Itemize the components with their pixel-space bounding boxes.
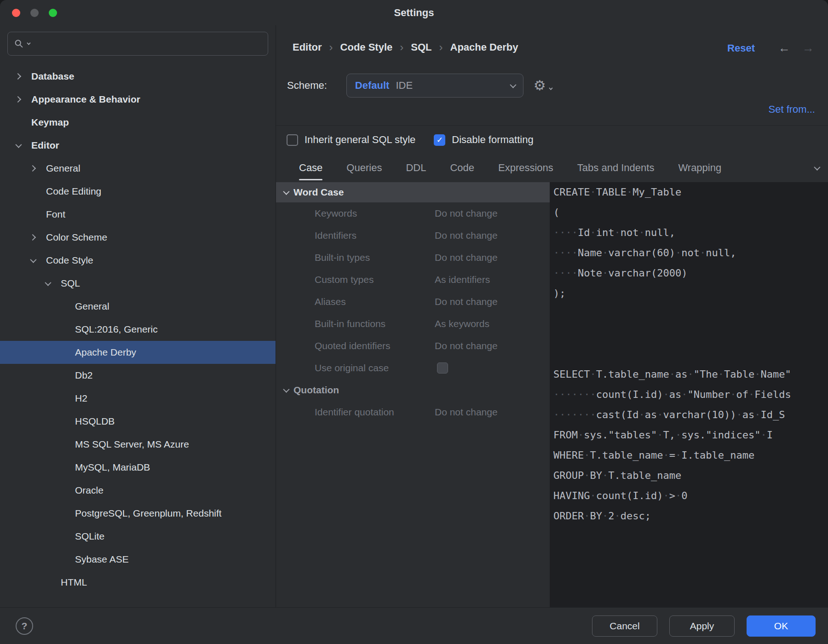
- sidebar-item-apache-derby[interactable]: Apache Derby: [0, 341, 276, 364]
- section-chevron-icon[interactable]: [283, 386, 289, 393]
- code-line: [553, 304, 828, 324]
- breadcrumb-separator: ›: [400, 41, 403, 54]
- setting-value-dropdown[interactable]: Do not change: [435, 252, 498, 263]
- breadcrumb-item-code-style[interactable]: Code Style: [340, 41, 393, 53]
- setting-value-dropdown[interactable]: Do not change: [435, 296, 498, 307]
- tab-code[interactable]: Code: [450, 159, 474, 177]
- zoom-button[interactable]: [49, 9, 57, 17]
- tree-chevron-icon[interactable]: [16, 97, 31, 102]
- sidebar-item-color-scheme[interactable]: Color Scheme: [0, 226, 276, 249]
- cancel-button[interactable]: Cancel: [592, 615, 657, 637]
- sidebar-item-code-style[interactable]: Code Style: [0, 249, 276, 272]
- footer-bar: ? Cancel Apply OK: [0, 607, 828, 644]
- apply-button[interactable]: Apply: [669, 615, 735, 637]
- breadcrumb-item-apache-derby[interactable]: Apache Derby: [450, 41, 518, 53]
- setting-value-dropdown[interactable]: As keywords: [435, 318, 489, 329]
- inherit-sql-style-option[interactable]: Inherit general SQL style: [287, 134, 415, 146]
- sidebar-item-sqlite[interactable]: SQLite: [0, 525, 276, 548]
- sidebar-item-sql-2016-generic[interactable]: SQL:2016, Generic: [0, 318, 276, 341]
- tree-chevron-icon[interactable]: [30, 258, 46, 263]
- sidebar-item-hsqldb[interactable]: HSQLDB: [0, 410, 276, 433]
- sidebar-item-code-editing[interactable]: Code Editing: [0, 180, 276, 203]
- tree-item-label: MS SQL Server, MS Azure: [75, 439, 189, 450]
- scheme-select[interactable]: Default IDE: [346, 74, 523, 98]
- setting-label: Keywords: [315, 208, 357, 219]
- sidebar-item-appearance-behavior[interactable]: Appearance & Behavior: [0, 88, 276, 111]
- tab-tabs-and-indents[interactable]: Tabs and Indents: [577, 159, 655, 177]
- ok-button[interactable]: OK: [747, 615, 816, 637]
- header-divider: [276, 125, 828, 126]
- sidebar-item-html[interactable]: HTML: [0, 571, 276, 594]
- sidebar-item-general[interactable]: General: [0, 295, 276, 318]
- breadcrumb-item-sql[interactable]: SQL: [411, 41, 431, 53]
- setting-row-keywords: KeywordsDo not change: [276, 202, 550, 224]
- sidebar-item-general[interactable]: General: [0, 157, 276, 180]
- sidebar-item-ms-sql-server-ms-azure[interactable]: MS SQL Server, MS Azure: [0, 433, 276, 456]
- sidebar-item-oracle[interactable]: Oracle: [0, 479, 276, 502]
- sidebar-item-postgresql-greenplum-redshift[interactable]: PostgreSQL, Greenplum, Redshift: [0, 502, 276, 525]
- sidebar-item-database[interactable]: Database: [0, 65, 276, 88]
- reset-link[interactable]: Reset: [727, 42, 755, 54]
- window-body: DatabaseAppearance & BehaviorKeymapEdito…: [0, 25, 828, 607]
- sidebar-item-editor[interactable]: Editor: [0, 134, 276, 157]
- tree-item-label: Editor: [31, 140, 59, 151]
- tree-chevron-icon[interactable]: [16, 74, 31, 79]
- sidebar-item-font[interactable]: Font: [0, 203, 276, 226]
- setting-row-identifier-quotation: Identifier quotationDo not change: [276, 401, 550, 423]
- tree-chevron-icon[interactable]: [16, 143, 31, 148]
- sidebar-item-db2[interactable]: Db2: [0, 364, 276, 387]
- set-from-link[interactable]: Set from...: [769, 104, 815, 115]
- tree-item-label: Appearance & Behavior: [31, 94, 140, 105]
- tab-case[interactable]: Case: [299, 159, 322, 177]
- search-input[interactable]: [7, 32, 268, 56]
- sidebar-item-h2[interactable]: H2: [0, 387, 276, 410]
- tree-item-label: SQL:2016, Generic: [75, 324, 158, 335]
- disable-formatting-checkbox[interactable]: ✓: [434, 134, 445, 146]
- section-word-case[interactable]: Word Case: [276, 182, 550, 202]
- setting-value-dropdown[interactable]: Do not change: [435, 340, 498, 351]
- setting-value-dropdown[interactable]: Do not change: [435, 230, 498, 241]
- code-line: );: [553, 283, 828, 304]
- options-row: Inherit general SQL style ✓ Disable form…: [287, 134, 534, 146]
- help-button[interactable]: ?: [16, 617, 33, 635]
- code-line: [553, 324, 828, 344]
- section-title: Quotation: [293, 385, 339, 396]
- search-options-chevron-icon[interactable]: [27, 41, 30, 45]
- tab-expressions[interactable]: Expressions: [498, 159, 553, 177]
- setting-value-dropdown[interactable]: Do not change: [435, 208, 498, 219]
- inherit-sql-style-checkbox[interactable]: [287, 134, 298, 146]
- tab-wrapping[interactable]: Wrapping: [678, 159, 721, 177]
- section-chevron-icon[interactable]: [283, 189, 289, 195]
- gear-icon[interactable]: ⚙: [534, 79, 546, 92]
- disable-formatting-option[interactable]: ✓ Disable formatting: [434, 134, 533, 146]
- close-button[interactable]: [12, 9, 20, 17]
- use-original-case-checkbox[interactable]: [437, 362, 448, 374]
- breadcrumb-item-editor[interactable]: Editor: [293, 41, 322, 53]
- gear-chevron-icon[interactable]: [549, 86, 552, 90]
- chevron-down-icon: [510, 82, 516, 88]
- section-quotation[interactable]: Quotation: [276, 379, 550, 401]
- tree-chevron-icon[interactable]: [30, 235, 46, 240]
- scheme-row: Scheme: Default IDE ⚙: [287, 74, 552, 98]
- setting-value-dropdown[interactable]: As identifiers: [435, 274, 490, 285]
- tree-chevron-icon[interactable]: [30, 166, 46, 171]
- setting-row-quoted-identifiers: Quoted identifiersDo not change: [276, 335, 550, 357]
- setting-row-built-in-types: Built-in typesDo not change: [276, 247, 550, 269]
- sidebar-item-keymap[interactable]: Keymap: [0, 111, 276, 134]
- sidebar-item-mysql-mariadb[interactable]: MySQL, MariaDB: [0, 456, 276, 479]
- scheme-value: Default: [355, 80, 390, 92]
- tree-chevron-icon[interactable]: [45, 281, 61, 286]
- setting-value-dropdown[interactable]: Do not change: [435, 407, 498, 418]
- back-arrow-icon[interactable]: ←: [778, 41, 790, 55]
- setting-label: Aliases: [315, 296, 346, 307]
- tree-item-label: General: [46, 163, 80, 174]
- code-line: ····Note·varchar(2000): [553, 263, 828, 283]
- tabs-overflow-chevron-icon[interactable]: [814, 164, 819, 172]
- sidebar-item-sybase-ase[interactable]: Sybase ASE: [0, 548, 276, 571]
- tree-item-label: Font: [46, 209, 65, 220]
- tree-item-label: Sybase ASE: [75, 554, 129, 565]
- tab-queries[interactable]: Queries: [346, 159, 382, 177]
- tab-ddl[interactable]: DDL: [406, 159, 426, 177]
- sidebar-item-sql[interactable]: SQL: [0, 272, 276, 295]
- minimize-button[interactable]: [30, 9, 39, 17]
